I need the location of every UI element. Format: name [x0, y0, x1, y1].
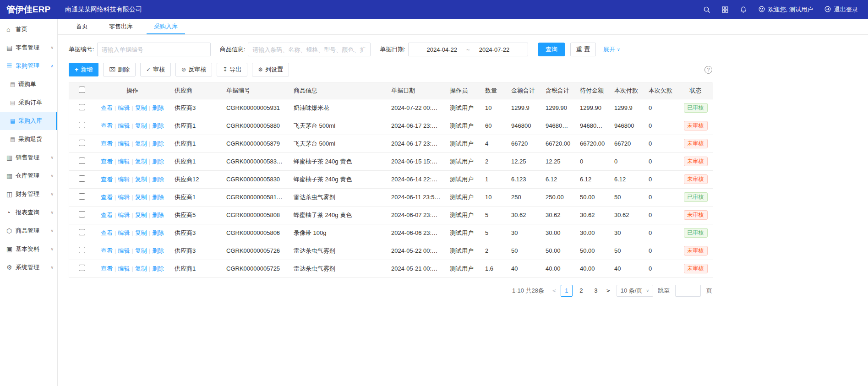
cell-product: 蜂蜜柚子茶 240g 黄色 — [289, 170, 387, 188]
row-action-delete-link[interactable]: 删除 — [152, 122, 164, 129]
reset-button[interactable]: 重置 — [570, 43, 596, 56]
row-checkbox[interactable] — [79, 265, 85, 271]
row-checkbox[interactable] — [79, 211, 85, 217]
sidebar-item-reports[interactable]: ◔报表查询∨ — [0, 203, 57, 222]
row-action-view-link[interactable]: 查看 — [101, 265, 113, 272]
tab-purchase-inbound[interactable]: 采购入库 — [147, 19, 185, 34]
row-action-copy-link[interactable]: 复制 — [135, 158, 147, 165]
sidebar-item-purchase-request[interactable]: ▤请购单 — [0, 75, 57, 93]
row-action-edit-link[interactable]: 编辑 — [118, 194, 130, 201]
row-checkbox[interactable] — [79, 193, 85, 200]
bell-icon[interactable] — [740, 6, 747, 13]
row-action-view-link[interactable]: 查看 — [101, 176, 113, 183]
tab-retail-outbound[interactable]: 零售出库 — [102, 19, 140, 34]
product-input[interactable] — [248, 43, 371, 56]
company-name: 南通某某网络科技有限公司 — [65, 5, 142, 14]
row-action-delete-link[interactable]: 删除 — [152, 140, 164, 147]
row-action-view-link[interactable]: 查看 — [101, 229, 113, 236]
tab-home[interactable]: 首页 — [69, 19, 95, 34]
sidebar-item-purchase-return[interactable]: ▤采购退货 — [0, 130, 57, 148]
row-action-view-link[interactable]: 查看 — [101, 104, 113, 111]
row-action-view-link[interactable]: 查看 — [101, 140, 113, 147]
row-action-view-link[interactable]: 查看 — [101, 247, 113, 254]
jump-page-input[interactable] — [675, 285, 701, 297]
sidebar-item-purchase-inbound[interactable]: ▤采购入库 — [0, 112, 57, 130]
row-action-view-link[interactable]: 查看 — [101, 122, 113, 129]
row-action-edit-link[interactable]: 编辑 — [118, 176, 130, 183]
row-action-edit-link[interactable]: 编辑 — [118, 140, 130, 147]
row-checkbox[interactable] — [79, 175, 85, 182]
select-all-checkbox[interactable] — [79, 87, 85, 93]
row-action-copy-link[interactable]: 复制 — [135, 265, 147, 272]
search-button[interactable]: 查询 — [538, 43, 565, 56]
doc-no-input[interactable] — [97, 43, 211, 56]
row-action-edit-link[interactable]: 编辑 — [118, 122, 130, 129]
row-action-delete-link[interactable]: 删除 — [152, 176, 164, 183]
row-checkbox[interactable] — [79, 229, 85, 235]
row-action-edit-link[interactable]: 编辑 — [118, 158, 130, 165]
logout-button[interactable]: 退出登录 — [824, 5, 858, 14]
row-checkbox[interactable] — [79, 158, 85, 164]
row-action-delete-link[interactable]: 删除 — [152, 229, 164, 236]
sidebar-item-finance[interactable]: ◫财务管理∨ — [0, 185, 57, 203]
sidebar-item-warehouse[interactable]: ▦仓库管理∨ — [0, 167, 57, 185]
row-action-delete-link[interactable]: 删除 — [152, 158, 164, 165]
cell-payable: 946800.00 — [575, 117, 610, 135]
export-button[interactable]: ↧导出 — [217, 63, 247, 76]
row-action-copy-link[interactable]: 复制 — [135, 229, 147, 236]
page-size-select[interactable]: 10 条/页 ∨ — [617, 285, 653, 297]
apps-icon[interactable] — [721, 6, 729, 13]
sidebar-item-home[interactable]: ⌂首页 — [0, 20, 57, 38]
sidebar-item-system[interactable]: ⚙系统管理∨ — [0, 258, 57, 277]
row-checkbox[interactable] — [79, 140, 85, 146]
date-range-picker[interactable]: 2024-04-22 ~ 2024-07-22 — [408, 43, 528, 56]
search-icon[interactable] — [703, 6, 710, 13]
row-action-copy-link[interactable]: 复制 — [135, 247, 147, 254]
column-settings-button[interactable]: ⚙列设置 — [252, 63, 289, 76]
sidebar-item-basic-data[interactable]: ▣基本资料∨ — [0, 240, 57, 258]
row-action-view-link[interactable]: 查看 — [101, 158, 113, 165]
unaudit-button[interactable]: ⊘反审核 — [175, 63, 212, 76]
row-action-copy-link[interactable]: 复制 — [135, 140, 147, 147]
row-action-delete-link[interactable]: 删除 — [152, 194, 164, 201]
toolbar: +新增⌧删除✓审核⊘反审核↧导出⚙列设置 ? — [69, 61, 712, 82]
sidebar-item-sales[interactable]: ▥销售管理∨ — [0, 148, 57, 167]
row-action-copy-link[interactable]: 复制 — [135, 212, 147, 218]
row-action-edit-link[interactable]: 编辑 — [118, 265, 130, 272]
row-checkbox[interactable] — [79, 247, 85, 253]
row-checkbox[interactable] — [79, 122, 85, 128]
row-action-delete-link[interactable]: 删除 — [152, 247, 164, 254]
check-icon: ✓ — [146, 66, 151, 73]
row-action-edit-link[interactable]: 编辑 — [118, 247, 130, 254]
prev-page-icon[interactable]: < — [551, 287, 558, 294]
page-button-1[interactable]: 1 — [561, 285, 573, 297]
delete-button[interactable]: ⌧删除 — [103, 63, 136, 76]
row-action-delete-link[interactable]: 删除 — [152, 265, 164, 272]
cell-owed: 0 — [644, 117, 678, 135]
row-action-view-link[interactable]: 查看 — [101, 212, 113, 218]
row-action-copy-link[interactable]: 复制 — [135, 104, 147, 111]
row-action-copy-link[interactable]: 复制 — [135, 122, 147, 129]
table-row: 查看|编辑|复制|删除供应商1CGRK00000005880飞天茅台 500ml… — [69, 117, 713, 135]
row-checkbox[interactable] — [79, 104, 85, 110]
add-button[interactable]: +新增 — [69, 63, 98, 76]
row-action-delete-link[interactable]: 删除 — [152, 104, 164, 111]
row-action-copy-link[interactable]: 复制 — [135, 176, 147, 183]
sidebar-item-retail[interactable]: ▤零售管理∨ — [0, 38, 57, 57]
expand-link[interactable]: 展开 ∨ — [603, 45, 620, 54]
row-action-edit-link[interactable]: 编辑 — [118, 104, 130, 111]
sidebar-item-purchase-order[interactable]: ▤采购订单 — [0, 93, 57, 112]
sidebar-item-goods[interactable]: ⬡商品管理∨ — [0, 222, 57, 240]
next-page-icon[interactable]: > — [605, 287, 612, 294]
row-action-edit-link[interactable]: 编辑 — [118, 212, 130, 218]
help-icon[interactable]: ? — [704, 66, 712, 74]
page-button-2[interactable]: 2 — [575, 285, 587, 297]
row-action-copy-link[interactable]: 复制 — [135, 194, 147, 201]
row-action-edit-link[interactable]: 编辑 — [118, 229, 130, 236]
page-button-3[interactable]: 3 — [590, 285, 602, 297]
row-action-delete-link[interactable]: 删除 — [152, 212, 164, 218]
welcome-user[interactable]: 欢迎您, 测试用户 — [758, 5, 813, 14]
sidebar-item-purchase[interactable]: ☰采购管理∧ — [0, 57, 57, 75]
row-action-view-link[interactable]: 查看 — [101, 194, 113, 201]
audit-button[interactable]: ✓审核 — [140, 63, 171, 76]
